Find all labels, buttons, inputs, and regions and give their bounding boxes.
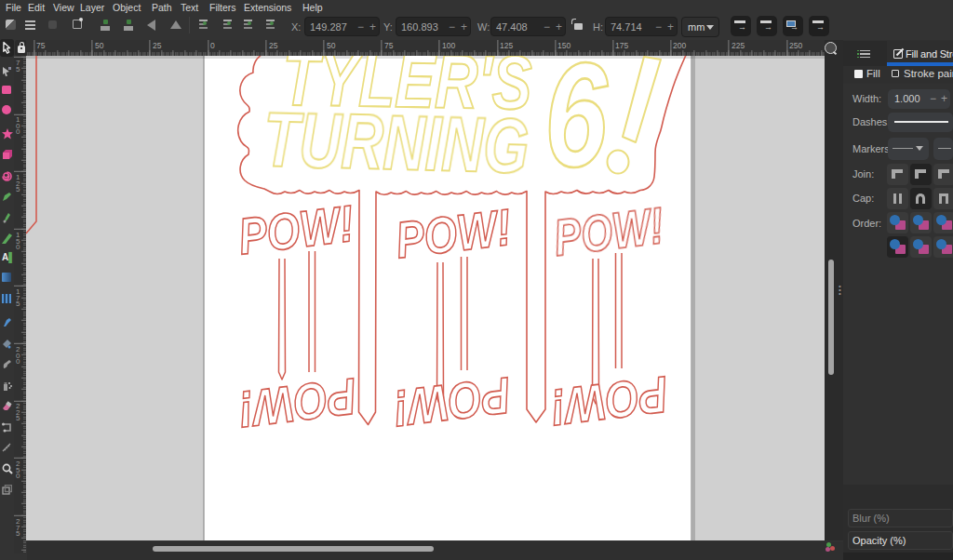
svg-text:6: 6: [544, 56, 608, 197]
svg-text:TURNING: TURNING: [262, 95, 530, 189]
